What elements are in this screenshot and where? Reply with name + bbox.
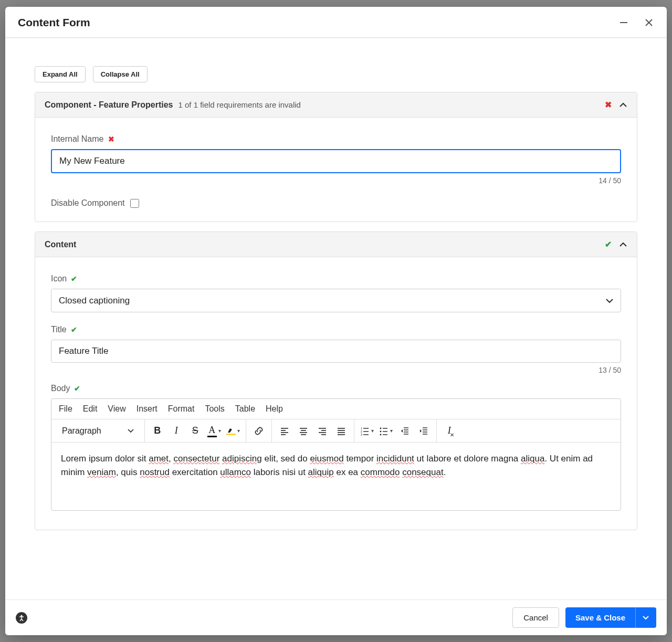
title-input[interactable]: [51, 340, 621, 363]
indent-icon: [419, 426, 428, 436]
paragraph-style-select[interactable]: Paragraph: [55, 426, 141, 436]
content-panel: Content ✔ Icon ✔: [35, 231, 637, 530]
valid-icon: ✔: [605, 239, 612, 249]
editor-toolbar: Paragraph B I S A: [51, 419, 621, 443]
chevron-up-icon[interactable]: [619, 240, 627, 249]
save-close-button[interactable]: Save & Close: [565, 607, 635, 628]
panel-validation-text: 1 of 1 field requirements are invalid: [178, 100, 300, 109]
internal-name-label: Internal Name: [51, 134, 104, 144]
modal-footer: Cancel Save & Close: [5, 599, 667, 635]
svg-point-39: [20, 615, 22, 616]
close-icon: [644, 18, 654, 27]
modal-body[interactable]: Expand All Collapse All Component - Feat…: [5, 38, 667, 599]
invalid-icon: ✖: [605, 100, 612, 110]
align-right-button[interactable]: [313, 422, 332, 440]
panel-header[interactable]: Component - Feature Properties 1 of 1 fi…: [35, 92, 637, 118]
menu-tools[interactable]: Tools: [205, 404, 224, 414]
clear-formatting-button[interactable]: I✕: [440, 422, 459, 440]
disable-component-checkbox[interactable]: [130, 199, 139, 208]
outdent-button[interactable]: [395, 422, 414, 440]
close-button[interactable]: [644, 17, 654, 28]
highlight-color-button[interactable]: [224, 422, 243, 440]
outdent-icon: [400, 426, 410, 436]
strikethrough-button[interactable]: S: [186, 422, 205, 440]
minimize-button[interactable]: [618, 17, 629, 28]
disable-component-label: Disable Component: [51, 198, 125, 208]
bullet-list-button[interactable]: [376, 422, 395, 440]
align-center-icon: [299, 426, 308, 436]
chevron-down-icon: [128, 428, 134, 434]
align-justify-button[interactable]: [332, 422, 351, 440]
valid-check-icon: ✔: [74, 384, 80, 393]
menu-table[interactable]: Table: [235, 404, 255, 414]
internal-name-input[interactable]: [51, 149, 621, 173]
rich-text-editor: File Edit View Insert Format Tools Table…: [51, 398, 621, 511]
menu-edit[interactable]: Edit: [83, 404, 98, 414]
body-label: Body: [51, 384, 70, 393]
chevron-up-icon[interactable]: [619, 101, 627, 109]
expand-collapse-toolbar: Expand All Collapse All: [5, 56, 667, 92]
svg-point-27: [380, 434, 381, 435]
internal-name-field: Internal Name ✖ 14 / 50: [51, 134, 621, 185]
valid-check-icon: ✔: [71, 325, 77, 334]
bullet-list-icon: [379, 426, 388, 436]
panel-header[interactable]: Content ✔: [35, 232, 637, 257]
save-dropdown-button[interactable]: [635, 607, 656, 628]
editor-content-area[interactable]: Lorem ipsum dolor sit amet, consectetur …: [51, 443, 621, 510]
panel-title: Component - Feature Properties: [45, 100, 173, 110]
window-controls: [618, 17, 654, 28]
menu-format[interactable]: Format: [168, 404, 195, 414]
menu-help[interactable]: Help: [266, 404, 283, 414]
menu-file[interactable]: File: [59, 404, 72, 414]
title-label: Title: [51, 325, 67, 334]
align-justify-icon: [337, 426, 346, 436]
svg-text:3: 3: [361, 433, 362, 436]
svg-point-26: [380, 430, 381, 432]
icon-field: Icon ✔ Closed captioning: [51, 274, 621, 312]
panel-body: Internal Name ✖ 14 / 50 Disable Componen…: [35, 118, 637, 222]
ordered-list-button[interactable]: 123: [358, 422, 376, 440]
ordered-list-icon: 123: [360, 426, 370, 436]
align-left-icon: [280, 426, 289, 436]
chevron-down-icon: [643, 615, 649, 621]
align-center-button[interactable]: [294, 422, 313, 440]
title-counter: 13 / 50: [51, 366, 621, 374]
accessibility-icon[interactable]: [16, 612, 27, 624]
icon-label: Icon: [51, 274, 67, 283]
link-button[interactable]: [249, 422, 268, 440]
truncated-content-above: [5, 38, 667, 56]
italic-button[interactable]: I: [167, 422, 186, 440]
modal-header: Content Form: [5, 7, 667, 38]
collapse-all-button[interactable]: Collapse All: [93, 66, 148, 82]
align-right-icon: [318, 426, 327, 436]
content-form-modal: Content Form Expand All Collapse All Com…: [5, 7, 667, 635]
modal-title: Content Form: [18, 16, 618, 29]
menu-view[interactable]: View: [108, 404, 125, 414]
required-invalid-icon: ✖: [108, 135, 114, 143]
minimize-icon: [619, 18, 628, 27]
body-field: Body ✔ File Edit View Insert Format Tool…: [51, 384, 621, 511]
icon-select[interactable]: Closed captioning: [51, 289, 621, 312]
highlighter-icon: [227, 426, 235, 434]
text-color-button[interactable]: A: [205, 422, 224, 440]
link-icon: [254, 426, 264, 436]
cancel-button[interactable]: Cancel: [512, 607, 559, 628]
save-button-group: Save & Close: [565, 607, 656, 628]
disable-component-row: Disable Component: [51, 198, 621, 208]
editor-menu-bar: File Edit View Insert Format Tools Table…: [51, 399, 621, 419]
bold-button[interactable]: B: [148, 422, 167, 440]
internal-name-counter: 14 / 50: [51, 176, 621, 185]
valid-check-icon: ✔: [71, 275, 77, 283]
align-left-button[interactable]: [275, 422, 294, 440]
title-field: Title ✔ 13 / 50: [51, 325, 621, 374]
panel-body: Icon ✔ Closed captioning: [35, 257, 637, 530]
component-feature-properties-panel: Component - Feature Properties 1 of 1 fi…: [35, 92, 637, 222]
svg-point-25: [380, 427, 381, 429]
menu-insert[interactable]: Insert: [136, 404, 158, 414]
expand-all-button[interactable]: Expand All: [35, 66, 86, 82]
indent-button[interactable]: [414, 422, 433, 440]
panel-title: Content: [45, 240, 76, 249]
